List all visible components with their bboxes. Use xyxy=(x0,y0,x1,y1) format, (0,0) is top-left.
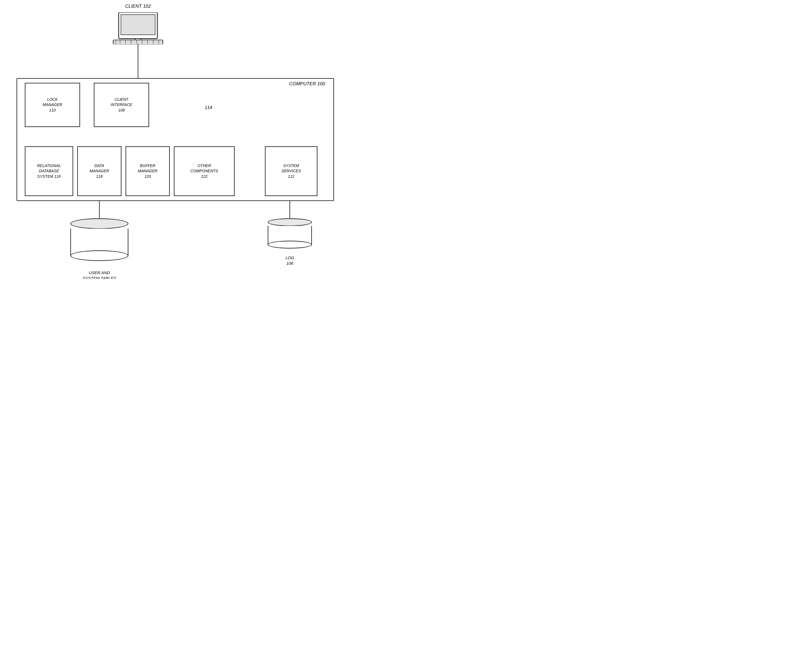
relational-db-label: RELATIONALDATABASESYSTEM 116 xyxy=(37,163,61,179)
system-services-box: SYSTEMSERVICES112 xyxy=(265,146,317,196)
data-manager-label: DATAMANAGER118 xyxy=(90,163,109,179)
lock-manager-label: LOCKMANAGER110 xyxy=(43,97,63,113)
lock-manager-box: LOCKMANAGER110 xyxy=(25,83,80,127)
relational-db-box: RELATIONALDATABASESYSTEM 116 xyxy=(25,146,73,196)
user-tables-cylinder: USER AND SYSTEM TABLES 104 xyxy=(70,218,128,279)
diagram: CLIENT 102 COMPUT xyxy=(0,0,348,279)
data-manager-box: DATAMANAGER118 xyxy=(77,146,121,196)
buffer-manager-box: BUFFERMANAGER120 xyxy=(125,146,170,196)
log-cylinder: LOG 106 xyxy=(268,218,312,266)
client-interface-box: CLIENTINTERFACE108 xyxy=(94,83,149,127)
user-tables-label: USER AND SYSTEM TABLES 104 xyxy=(70,270,128,279)
system-services-label: SYSTEMSERVICES112 xyxy=(281,163,301,179)
svg-rect-9 xyxy=(121,15,155,35)
other-components-label: OTHERCOMPONENTS122 xyxy=(191,163,218,179)
buffer-manager-label: BUFFERMANAGER120 xyxy=(138,163,157,179)
client-label: CLIENT 102 xyxy=(108,3,168,9)
computer-label: COMPUTER 100 xyxy=(289,81,325,87)
client-interface-label: CLIENTINTERFACE108 xyxy=(111,97,132,113)
other-components-box: OTHERCOMPONENTS122 xyxy=(174,146,235,196)
log-label: LOG 106 xyxy=(268,255,312,266)
client-computer-icon xyxy=(110,12,166,45)
ref-114-label: 114 xyxy=(205,105,212,111)
